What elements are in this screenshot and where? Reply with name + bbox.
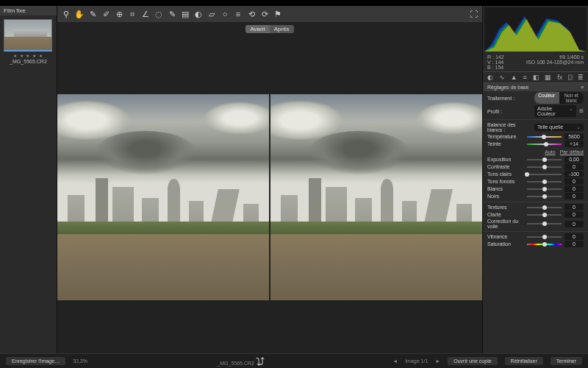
slider-blacks-label: Noirs: [487, 194, 524, 199]
photo-before[interactable]: [57, 94, 269, 300]
treatment-toggle[interactable]: Couleur Noir et blanc: [534, 92, 584, 104]
tab-curve-icon[interactable]: ∿: [499, 74, 505, 81]
slider-vibrance-value[interactable]: 0: [564, 233, 584, 240]
done-button[interactable]: Terminer: [551, 357, 582, 365]
slider-saturation-value[interactable]: 0: [564, 241, 584, 247]
nudge-glyph: ⤵⤴: [256, 355, 263, 367]
slider-highlights-track[interactable]: [527, 174, 562, 175]
tab-hsl-icon[interactable]: ≡: [523, 74, 526, 81]
slider-exposure-thumb[interactable]: [542, 158, 547, 162]
target-adjust-icon[interactable]: ⊕: [113, 8, 125, 20]
slider-temperature-track[interactable]: [527, 136, 562, 138]
slider-dehaze-track[interactable]: [527, 223, 562, 224]
tab-lens-icon[interactable]: ▦: [545, 74, 551, 81]
linear-gradient-icon[interactable]: ▤: [179, 8, 191, 20]
slider-tint-track[interactable]: [527, 144, 562, 145]
slider-temperature-thumb[interactable]: [542, 135, 546, 139]
slider-whites-value[interactable]: 0: [564, 185, 584, 192]
slider-texture-value[interactable]: 0: [564, 204, 584, 210]
slider-tint-label: Teinte: [487, 141, 524, 146]
panel-menu-icon[interactable]: ≡: [581, 85, 584, 90]
tab-preset-icon[interactable]: ≣: [578, 74, 584, 81]
slider-saturation-track[interactable]: [527, 244, 562, 245]
auto-link[interactable]: Auto: [545, 149, 555, 155]
panel-tabs: ◐ ∿ ▲ ≡ ◧ ▦ fx ⌼ ≣: [483, 71, 588, 83]
filmstrip-panel: Film fixe ★ ★ ★ ★ ★ _MG_5565.CR2: [0, 6, 57, 353]
slider-clarity-thumb[interactable]: [542, 213, 547, 217]
slider-exposure-value[interactable]: 0,00: [564, 156, 584, 163]
canvas-area[interactable]: [57, 33, 482, 353]
slider-tint-value[interactable]: +14: [564, 141, 584, 147]
rotate-right-icon[interactable]: ⟳: [259, 8, 270, 20]
fullscreen-icon[interactable]: ⛶: [467, 8, 479, 20]
slider-clarity-value[interactable]: 0: [564, 211, 584, 218]
hand-tool-icon[interactable]: ✋: [74, 8, 85, 20]
slider-blacks-value[interactable]: 0: [564, 193, 584, 199]
thumbnail-image[interactable]: [4, 19, 52, 52]
slider-highlights-value[interactable]: -100: [564, 171, 584, 177]
reset-button[interactable]: Réinitialiser: [505, 357, 543, 365]
histogram[interactable]: [484, 7, 587, 52]
nav-prev-icon[interactable]: ◄: [392, 358, 398, 364]
slider-dehaze-thumb[interactable]: [542, 222, 547, 226]
slider-dehaze-value[interactable]: 0: [564, 221, 584, 227]
slider-highlights-thumb[interactable]: [525, 172, 529, 177]
crop-tool-icon[interactable]: ⌗: [126, 8, 138, 20]
slider-whites-thumb[interactable]: [542, 187, 547, 191]
nav-next-icon[interactable]: ►: [435, 358, 440, 364]
slider-vibrance-track[interactable]: [527, 236, 562, 238]
slider-contrast-track[interactable]: [527, 166, 562, 168]
rotate-left-icon[interactable]: ⟲: [245, 8, 257, 20]
zoom-readout[interactable]: 33,3%: [73, 358, 87, 364]
eraser-icon[interactable]: ▱: [206, 8, 218, 20]
photo-after[interactable]: [270, 94, 482, 300]
tab-cal-icon[interactable]: ⌼: [568, 74, 572, 81]
wb-dropdown[interactable]: Telle quelle: [534, 124, 584, 131]
color-sampler-icon[interactable]: ✐: [100, 8, 112, 20]
slider-blacks-thumb[interactable]: [542, 194, 547, 199]
open-copy-button[interactable]: Ouvrir une copie: [448, 357, 497, 365]
slider-shadows-value[interactable]: 0: [564, 178, 584, 185]
slider-contrast-thumb[interactable]: [542, 165, 547, 169]
tab-split-icon[interactable]: ◧: [533, 74, 539, 81]
preferences-icon[interactable]: ≡: [232, 8, 244, 20]
readout-v: V : 144: [487, 60, 504, 65]
slider-texture-thumb[interactable]: [542, 205, 547, 210]
circle-mask-icon[interactable]: ○: [219, 8, 231, 20]
slider-exposure-track[interactable]: [527, 159, 562, 160]
default-link[interactable]: Par défaut: [560, 149, 584, 155]
slider-vibrance-label: Vibrance: [487, 234, 524, 239]
tab-basic-icon[interactable]: ◐: [487, 74, 493, 81]
slider-shadows-thumb[interactable]: [542, 180, 547, 184]
slider-whites-track[interactable]: [527, 188, 562, 190]
save-image-button[interactable]: Enregistrer l'image…: [6, 357, 65, 365]
slider-temperature-value[interactable]: 5800: [564, 133, 584, 140]
profile-browse-icon[interactable]: ⊞: [579, 108, 584, 114]
white-balance-eyedrop-icon[interactable]: ✎: [87, 8, 98, 20]
thumbnail-item[interactable]: ★ ★ ★ ★ ★ _MG_5565.CR2: [4, 19, 53, 64]
tab-fx-icon[interactable]: fx: [557, 74, 562, 81]
brush-tool-icon[interactable]: ✎: [166, 8, 178, 20]
tab-detail-icon[interactable]: ▲: [511, 74, 517, 81]
slider-tint-thumb[interactable]: [544, 142, 548, 146]
profile-dropdown[interactable]: Adobe Couleur: [534, 105, 576, 117]
readout-shutter: 1/400 s: [567, 54, 584, 60]
slider-blacks-track[interactable]: [527, 196, 562, 197]
slider-shadows-track[interactable]: [527, 181, 562, 183]
filmstrip-header: Film fixe: [0, 6, 57, 15]
radial-gradient-icon[interactable]: ◐: [193, 8, 204, 20]
slider-contrast-value[interactable]: 0: [564, 163, 584, 170]
spot-removal-icon[interactable]: ◌: [153, 8, 165, 20]
slider-clarity-track[interactable]: [527, 214, 562, 216]
treatment-bw[interactable]: Noir et blanc: [559, 92, 584, 104]
basic-section-header[interactable]: Réglages de base ≡: [483, 83, 588, 91]
slider-texture-track[interactable]: [527, 207, 562, 208]
straighten-tool-icon[interactable]: ∠: [140, 8, 151, 20]
slider-vibrance-thumb[interactable]: [542, 235, 547, 239]
flag-icon[interactable]: ⚑: [272, 8, 284, 20]
rating-stars[interactable]: ★ ★ ★ ★ ★: [4, 53, 53, 58]
treatment-color[interactable]: Couleur: [534, 92, 559, 104]
before-label: Avant: [245, 25, 269, 33]
zoom-tool-icon[interactable]: ⚲: [60, 8, 72, 20]
slider-saturation-thumb[interactable]: [542, 242, 547, 247]
